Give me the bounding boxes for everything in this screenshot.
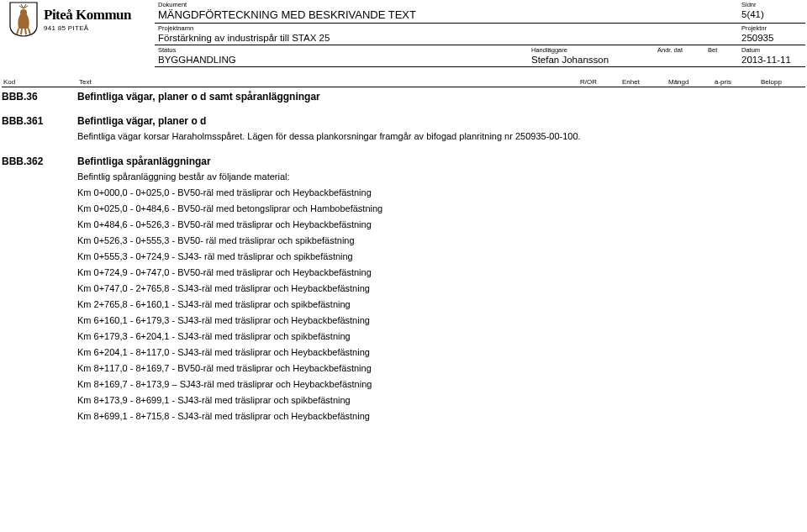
- hdr-datum-label: Datum: [741, 45, 802, 54]
- track-segment-item: Km 0+025,0 - 0+484,6 - BV50-räl med beto…: [77, 203, 637, 215]
- col-apris: à-pris: [713, 78, 759, 86]
- hdr-handlaggare-value: Stefan Johansson: [531, 54, 651, 66]
- track-segment-item: Km 0+555,3 - 0+724,9 - SJ43- räl med trä…: [77, 250, 637, 263]
- hdr-andrdat-label: Ändr. dat: [657, 45, 701, 54]
- track-segment-item: Km 6+160,1 - 6+179,3 - SJ43-räl med träs…: [77, 314, 637, 327]
- hdr-row-dokument: Dokument MÄNGDFÖRTECKNING MED BESKRIVAND…: [155, 0, 805, 23]
- para-bbb362-intro: Befintlig spåranläggning består av följa…: [77, 171, 637, 183]
- track-segment-item: Km 8+169,7 - 8+173,9 – SJ43-räl med träs…: [77, 378, 637, 391]
- col-ror: R/OR: [578, 78, 620, 86]
- hdr-row-projekt: Projektnamn Förstärkning av industrispår…: [155, 23, 805, 45]
- track-segment-item: Km 2+765,8 - 6+160,1 - SJ43-räl med träs…: [77, 298, 637, 311]
- hdr-dokument-label: Dokument: [158, 0, 735, 8]
- logo-row: Piteå Kommun 941 85 PITEÅ: [8, 2, 151, 37]
- track-segment-item: Km 0+484,6 - 0+526,3 - BV50-räl med träs…: [77, 219, 637, 231]
- hdr-status-value: BYGGHANDLING: [158, 54, 525, 66]
- heading-bbb362: Befintliga spåranläggningar: [77, 154, 637, 171]
- col-text: Text: [77, 78, 578, 86]
- track-segment-item: Km 0+747,0 - 2+765,8 - SJ43-räl med träs…: [77, 282, 637, 295]
- track-segment-item: Km 8+173,9 - 8+699,1 - SJ43-räl med träs…: [77, 394, 637, 407]
- track-segment-item: Km 8+699,1 - 8+715,8 - SJ43-räl med träs…: [77, 410, 637, 423]
- hdr-row-status: Status BYGGHANDLING Handläggare Stefan J…: [155, 45, 805, 67]
- col-belopp: Belopp: [759, 78, 805, 86]
- hdr-handlaggare-label: Handläggare: [531, 45, 651, 54]
- col-kod: Kod: [2, 78, 77, 86]
- heading-bbb36: Befintliga vägar, planer o d samt spåran…: [77, 89, 637, 106]
- row-bbb361: BBB.361 Befintliga vägar, planer o d Bef…: [2, 113, 805, 146]
- hdr-projektnr-value: 250935: [741, 32, 802, 45]
- hdr-andrdat-value: [657, 54, 701, 55]
- hdr-sidnr-label: Sidnr: [741, 0, 802, 8]
- col-mangd: Mängd: [667, 78, 713, 86]
- hdr-projektnr-label: Projektnr: [741, 24, 802, 32]
- document-body: BBB.36 Befintliga vägar, planer o d samt…: [2, 89, 805, 530]
- track-segment-list: Km 0+000,0 - 0+025,0 - BV50-räl med träs…: [77, 187, 637, 423]
- track-segment-item: Km 6+179,3 - 6+204,1 - SJ43-räl med träs…: [77, 330, 637, 343]
- column-header-strip: Kod Text R/OR Enhet Mängd à-pris Belopp: [2, 78, 805, 87]
- kod-bbb361: BBB.361: [2, 113, 77, 146]
- kod-bbb36: BBB.36: [2, 89, 77, 106]
- track-segment-item: Km 6+204,1 - 8+117,0 - SJ43-räl med träs…: [77, 346, 637, 359]
- para-bbb361: Befintliga vägar korsar Haraholmsspåret.…: [77, 130, 637, 143]
- hdr-datum-value: 2013-11-11: [741, 54, 802, 66]
- col-enhet: Enhet: [620, 78, 667, 86]
- logo-name: Piteå Kommun: [44, 7, 131, 24]
- kod-bbb362: BBB.362: [2, 154, 77, 426]
- row-bbb36: BBB.36 Befintliga vägar, planer o d samt…: [2, 89, 805, 106]
- hdr-projektnamn-label: Projektnamn: [158, 24, 735, 32]
- hdr-bet-value: [708, 54, 735, 55]
- track-segment-item: Km 0+000,0 - 0+025,0 - BV50-räl med träs…: [77, 187, 637, 199]
- row-bbb362: BBB.362 Befintliga spåranläggningar Befi…: [2, 154, 805, 426]
- track-segment-item: Km 0+724,9 - 0+747,0 - BV50-räl med träs…: [77, 266, 637, 279]
- hdr-bet-label: Bet: [708, 45, 735, 54]
- hdr-projektnamn-value: Förstärkning av industrispår till STAX 2…: [158, 32, 735, 45]
- document-header: Dokument MÄNGDFÖRTECKNING MED BESKRIVAND…: [155, 0, 805, 67]
- page: Piteå Kommun 941 85 PITEÅ Dokument MÄNGD…: [0, 0, 807, 532]
- logo-block: Piteå Kommun 941 85 PITEÅ: [8, 2, 151, 37]
- hdr-dokument-value: MÄNGDFÖRTECKNING MED BESKRIVANDE TEXT: [158, 8, 735, 23]
- municipality-shield-icon: [8, 2, 39, 37]
- track-segment-item: Km 0+526,3 - 0+555,3 - BV50- räl med trä…: [77, 234, 637, 247]
- logo-text: Piteå Kommun 941 85 PITEÅ: [44, 7, 131, 32]
- heading-bbb361: Befintliga vägar, planer o d: [77, 113, 637, 130]
- track-segment-item: Km 8+117,0 - 8+169,7 - BV50-räl med träs…: [77, 362, 637, 375]
- hdr-status-label: Status: [158, 45, 525, 54]
- hdr-sidnr-value: 5(41): [741, 8, 802, 21]
- logo-post: 941 85 PITEÅ: [44, 24, 131, 32]
